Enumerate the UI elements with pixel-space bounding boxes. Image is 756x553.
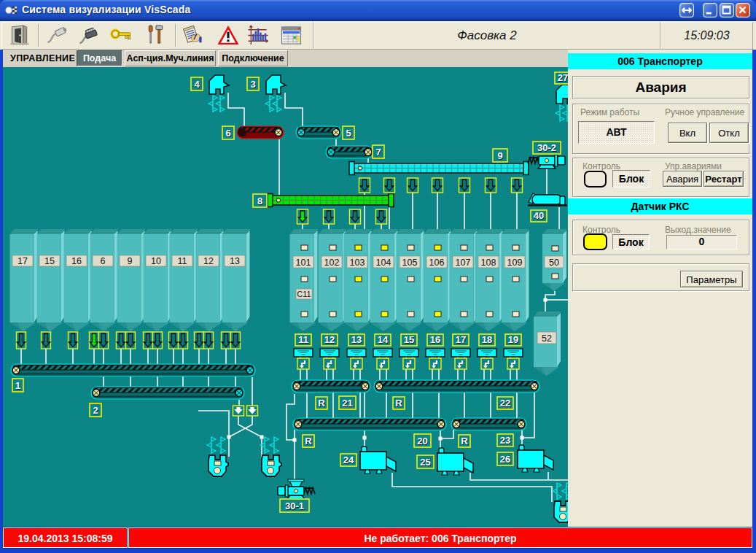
flow-arrow[interactable] bbox=[126, 332, 136, 349]
flow-arrow[interactable] bbox=[324, 209, 335, 224]
silo-10[interactable]: 10 bbox=[144, 229, 172, 331]
equipment-label-22[interactable]: 2222 bbox=[497, 397, 513, 409]
silo-103[interactable]: 103 bbox=[344, 229, 373, 331]
silo-15[interactable]: 15 bbox=[37, 229, 66, 331]
flow-arrow[interactable] bbox=[247, 406, 258, 416]
conveyor-2[interactable] bbox=[91, 387, 244, 399]
flow-arrow[interactable] bbox=[42, 332, 51, 349]
equipment-label-R[interactable]: RR bbox=[459, 435, 470, 447]
flow-arrow[interactable] bbox=[408, 178, 418, 193]
connector-icon[interactable] bbox=[77, 24, 101, 47]
flow-arrow[interactable] bbox=[297, 209, 308, 224]
maximize-button[interactable] bbox=[720, 3, 734, 18]
flow-arrow[interactable] bbox=[350, 209, 361, 224]
equipment-label-6[interactable]: 66 bbox=[222, 126, 234, 139]
flow-arrow[interactable] bbox=[432, 178, 443, 193]
conveyor-21[interactable] bbox=[292, 380, 370, 392]
flow-arrow[interactable] bbox=[459, 178, 470, 193]
flow-arrow[interactable] bbox=[233, 406, 244, 416]
silo-13[interactable]: 13 bbox=[222, 229, 251, 331]
flow-arrow[interactable] bbox=[69, 332, 78, 349]
flow-arrow[interactable] bbox=[153, 332, 163, 349]
silo-105[interactable]: 105 bbox=[397, 229, 425, 331]
flow-arrow[interactable] bbox=[144, 332, 153, 349]
conveyor-7[interactable] bbox=[326, 146, 373, 158]
equipment-label-16[interactable]: 1616 bbox=[427, 334, 443, 346]
equipment-label-23[interactable]: 2323 bbox=[497, 434, 513, 446]
equipment-label-1[interactable]: 11 bbox=[12, 379, 23, 392]
equipment-label-14[interactable]: 1414 bbox=[375, 334, 391, 346]
tab-aspiration[interactable]: Асп-ция.Муч.линия bbox=[125, 50, 216, 66]
flow-arrow[interactable] bbox=[222, 332, 231, 349]
flow-arrow[interactable] bbox=[99, 332, 109, 349]
silo-6[interactable]: 6 bbox=[90, 229, 119, 331]
silo-16[interactable]: 16 bbox=[64, 229, 93, 331]
equipment-label-12[interactable]: 1212 bbox=[322, 334, 338, 346]
equipment-label-18[interactable]: 1818 bbox=[479, 334, 495, 346]
cable-icon[interactable] bbox=[45, 24, 69, 47]
equipment-label-15[interactable]: 1515 bbox=[401, 334, 417, 346]
equipment-label-30-2[interactable]: 30-230-2 bbox=[533, 142, 561, 154]
equipment-label-21[interactable]: 2121 bbox=[339, 396, 356, 409]
flow-arrow[interactable] bbox=[90, 332, 99, 349]
equipment-label-2[interactable]: 22 bbox=[90, 403, 101, 417]
equipment-label-3[interactable]: 33 bbox=[247, 77, 259, 90]
chain-conveyor-8[interactable] bbox=[268, 194, 394, 207]
silo-17[interactable]: 17 bbox=[10, 229, 39, 331]
silo-107[interactable]: 107 bbox=[450, 229, 478, 331]
alarm-button[interactable]: Авария bbox=[663, 171, 702, 187]
off-button[interactable]: Откл bbox=[709, 123, 749, 143]
equipment-label-19[interactable]: 1919 bbox=[505, 334, 521, 346]
conveyor-6[interactable] bbox=[237, 126, 284, 139]
conveyor-1[interactable] bbox=[11, 364, 255, 376]
table-icon[interactable] bbox=[279, 24, 303, 47]
equipment-label-13[interactable]: 1313 bbox=[348, 334, 365, 346]
flow-arrow[interactable] bbox=[512, 178, 523, 193]
silo-50[interactable]: 50 bbox=[542, 229, 567, 291]
equipment-label-27[interactable]: 2727 bbox=[555, 72, 568, 84]
equipment-label-30-1[interactable]: 30-130-1 bbox=[280, 499, 309, 512]
flow-arrow[interactable] bbox=[486, 178, 496, 193]
flow-arrow[interactable] bbox=[117, 332, 126, 349]
equipment-label-4[interactable]: 44 bbox=[191, 77, 203, 90]
silo-108[interactable]: 108 bbox=[475, 229, 504, 331]
flow-arrow[interactable] bbox=[384, 178, 395, 193]
minimize-button[interactable] bbox=[703, 3, 717, 18]
equipment-label-5[interactable]: 55 bbox=[343, 126, 354, 139]
chain-conveyor-9[interactable] bbox=[349, 162, 529, 175]
close-button[interactable] bbox=[736, 3, 750, 18]
flow-arrow[interactable] bbox=[359, 178, 370, 193]
flow-arrow[interactable] bbox=[231, 332, 241, 349]
equipment-label-26[interactable]: 2626 bbox=[497, 452, 513, 465]
equipment-label-8[interactable]: 88 bbox=[253, 194, 267, 207]
tools-icon[interactable] bbox=[143, 24, 166, 47]
tab-podkluchenie[interactable]: Подключение bbox=[218, 50, 288, 66]
flow-arrow[interactable] bbox=[376, 209, 387, 224]
silo-12[interactable]: 12 bbox=[196, 229, 225, 331]
flow-arrow[interactable] bbox=[179, 332, 188, 349]
conveyor-23[interactable] bbox=[451, 418, 526, 430]
silo-104[interactable]: 104 bbox=[370, 229, 399, 331]
flow-arrow[interactable] bbox=[17, 332, 26, 349]
silo-106[interactable]: 106 bbox=[424, 229, 452, 331]
equipment-label-20[interactable]: 2020 bbox=[414, 434, 431, 447]
tab-podacha[interactable]: Подача bbox=[77, 50, 122, 66]
on-button[interactable]: Вкл bbox=[668, 123, 707, 143]
key-icon[interactable] bbox=[109, 24, 133, 47]
histogram-icon[interactable] bbox=[246, 24, 270, 47]
flow-arrow[interactable] bbox=[169, 332, 179, 349]
silo-101[interactable]: 101C11 bbox=[290, 229, 319, 331]
silo-11[interactable]: 11 bbox=[170, 229, 198, 331]
flow-arrow[interactable] bbox=[195, 332, 204, 349]
resize-button[interactable] bbox=[679, 3, 694, 18]
conveyor-20[interactable] bbox=[293, 418, 446, 430]
block-box[interactable]: Блок bbox=[612, 170, 650, 187]
equipment-label-R[interactable]: RR bbox=[303, 435, 314, 447]
silo-52[interactable]: 52 bbox=[534, 312, 561, 376]
silo-9[interactable]: 9 bbox=[117, 229, 146, 331]
conveyor-5[interactable] bbox=[296, 126, 341, 139]
params-button[interactable]: Параметры bbox=[680, 271, 743, 287]
silo-109[interactable]: 109 bbox=[502, 229, 530, 331]
equipment-label-17[interactable]: 1717 bbox=[453, 334, 469, 346]
equipment-label-7[interactable]: 77 bbox=[373, 145, 384, 158]
